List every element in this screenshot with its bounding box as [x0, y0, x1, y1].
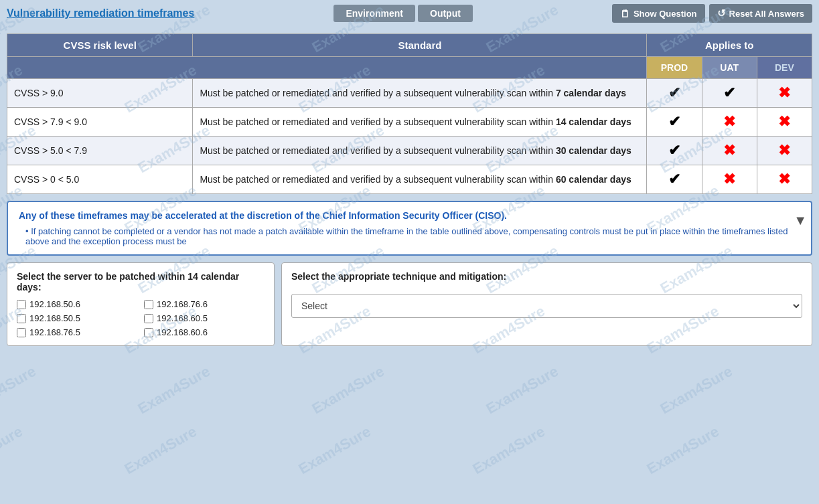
- th-cvss: CVSS risk level: [7, 34, 193, 57]
- tab-output[interactable]: Output: [418, 5, 473, 22]
- server-checkbox[interactable]: [17, 300, 26, 309]
- table-row: CVSS > 9.0Must be patched or remediated …: [7, 79, 812, 108]
- tab-environment[interactable]: Environment: [333, 5, 415, 22]
- server-checkbox[interactable]: [17, 314, 26, 323]
- th-standard: Standard: [193, 34, 647, 57]
- scroll-down-icon[interactable]: ▼: [794, 213, 807, 228]
- show-question-button[interactable]: 🗒 Show Question: [612, 4, 705, 23]
- checkbox-item[interactable]: 192.168.76.5: [17, 327, 137, 337]
- check-icon: ✔: [654, 142, 694, 159]
- main-content: CVSS risk level Standard Applies to PROD…: [0, 27, 819, 353]
- top-bar: Vulnerability remediation timeframes Env…: [0, 0, 819, 27]
- checkbox-grid: 192.168.50.6192.168.76.6192.168.50.5192.…: [17, 299, 265, 337]
- check-icon: ✔: [654, 171, 694, 188]
- check-icon: ✔: [654, 113, 694, 131]
- check-cell: ✔: [647, 79, 702, 108]
- technique-selection-label: Select the appropriate technique and mit…: [291, 271, 802, 282]
- cross-icon: ✖: [709, 113, 750, 131]
- server-label: 192.168.60.6: [157, 327, 208, 337]
- server-selection-panel: Select the server to be patched within 1…: [7, 262, 275, 346]
- question-icon: 🗒: [620, 8, 630, 19]
- technique-selection-panel: Select the appropriate technique and mit…: [281, 262, 812, 346]
- checkbox-item[interactable]: 192.168.60.5: [144, 313, 265, 323]
- standard-cell: Must be patched or remediated and verifi…: [193, 79, 647, 108]
- cross-cell: ✖: [702, 108, 757, 137]
- table-row: CVSS > 5.0 < 7.9Must be patched or remed…: [7, 137, 812, 165]
- server-label: 192.168.60.5: [157, 313, 208, 323]
- info-bullet-text: • If patching cannot be completed or a v…: [25, 226, 800, 246]
- server-checkbox[interactable]: [144, 300, 153, 309]
- standard-cell: Must be patched or remediated and verifi…: [193, 108, 647, 137]
- server-label: 192.168.76.5: [29, 327, 80, 337]
- table-header-row-1: CVSS risk level Standard Applies to: [7, 34, 812, 57]
- cross-cell: ✖: [702, 165, 757, 194]
- server-label: 192.168.76.6: [157, 299, 208, 309]
- info-box: Any of these timeframes may be accelerat…: [7, 201, 812, 256]
- cross-cell: ✖: [757, 165, 812, 194]
- checkbox-item[interactable]: 192.168.76.6: [144, 299, 265, 309]
- cvss-cell: CVSS > 7.9 < 9.0: [7, 108, 193, 137]
- server-label: 192.168.50.6: [29, 299, 80, 309]
- server-checkbox[interactable]: [144, 328, 153, 337]
- bullet-marker: •: [25, 226, 29, 236]
- th-uat: UAT: [702, 57, 757, 79]
- cross-icon: ✖: [709, 142, 750, 159]
- table-body: CVSS > 9.0Must be patched or remediated …: [7, 79, 812, 194]
- bottom-section: Select the server to be patched within 1…: [7, 262, 812, 346]
- standard-cell: Must be patched or remediated and verifi…: [193, 165, 647, 194]
- cross-icon: ✖: [764, 84, 805, 102]
- cvss-cell: CVSS > 0 < 5.0: [7, 165, 193, 194]
- cross-icon: ✖: [764, 113, 805, 131]
- action-group: 🗒 Show Question ↺ Reset All Answers: [612, 4, 812, 23]
- page-title: Vulnerability remediation timeframes: [7, 7, 194, 19]
- cross-cell: ✖: [757, 79, 812, 108]
- cross-cell: ✖: [757, 108, 812, 137]
- checkbox-item[interactable]: 192.168.50.6: [17, 299, 137, 309]
- cross-icon: ✖: [764, 171, 805, 188]
- server-selection-label: Select the server to be patched within 1…: [17, 271, 265, 292]
- check-cell: ✔: [647, 137, 702, 165]
- cross-cell: ✖: [757, 137, 812, 165]
- th-prod: PROD: [647, 57, 702, 79]
- checkbox-item[interactable]: 192.168.60.6: [144, 327, 265, 337]
- table-row: CVSS > 0 < 5.0Must be patched or remedia…: [7, 165, 812, 194]
- th-spacer: [7, 57, 647, 79]
- cvss-cell: CVSS > 9.0: [7, 79, 193, 108]
- check-icon: ✔: [709, 84, 750, 102]
- info-accent-text: Any of these timeframes may be accelerat…: [19, 210, 800, 221]
- tab-group: Environment Output: [333, 5, 472, 22]
- cvss-cell: CVSS > 5.0 < 7.9: [7, 137, 193, 165]
- check-icon: ✔: [654, 84, 694, 102]
- check-cell: ✔: [647, 108, 702, 137]
- server-label: 192.168.50.5: [29, 313, 80, 323]
- standard-cell: Must be patched or remediated and verifi…: [193, 137, 647, 165]
- server-checkbox[interactable]: [144, 314, 153, 323]
- table-row: CVSS > 7.9 < 9.0Must be patched or remed…: [7, 108, 812, 137]
- table-header-row-2: PROD UAT DEV: [7, 57, 812, 79]
- checkbox-item[interactable]: 192.168.50.5: [17, 313, 137, 323]
- check-cell: ✔: [647, 165, 702, 194]
- check-cell: ✔: [702, 79, 757, 108]
- cross-icon: ✖: [764, 142, 805, 159]
- server-checkbox[interactable]: [17, 328, 26, 337]
- th-dev: DEV: [757, 57, 812, 79]
- technique-select[interactable]: Select: [291, 294, 802, 318]
- cross-cell: ✖: [702, 137, 757, 165]
- th-applies-to: Applies to: [647, 34, 812, 57]
- cross-icon: ✖: [709, 171, 750, 188]
- reset-answers-button[interactable]: ↺ Reset All Answers: [709, 4, 812, 23]
- vulnerability-table: CVSS risk level Standard Applies to PROD…: [7, 33, 812, 194]
- reset-icon: ↺: [717, 7, 726, 19]
